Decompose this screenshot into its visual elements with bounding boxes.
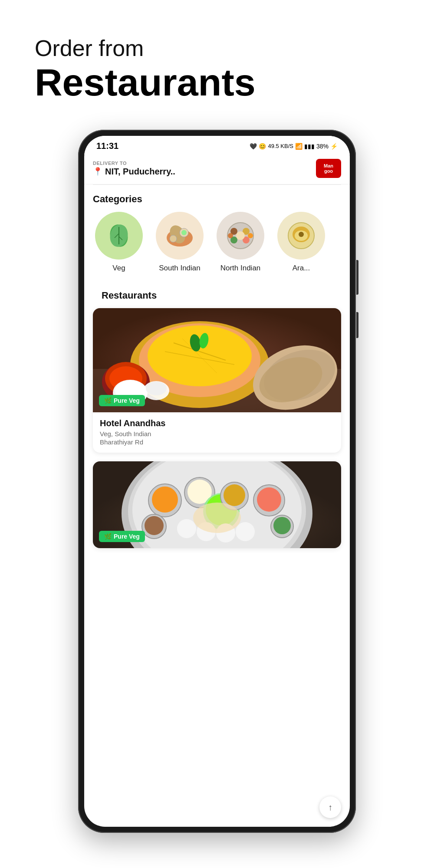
- wifi-icon: 📶: [295, 143, 302, 150]
- svg-point-44: [146, 381, 167, 395]
- svg-point-50: [152, 487, 178, 513]
- restaurant-card-2[interactable]: 🌿 Pure Veg: [93, 461, 341, 548]
- svg-point-63: [193, 503, 241, 533]
- category-arabic[interactable]: Ara...: [271, 212, 332, 273]
- svg-point-67: [273, 517, 291, 534]
- arabic-label: Ara...: [293, 264, 310, 273]
- svg-point-19: [248, 233, 253, 238]
- arabic-circle: [277, 212, 325, 260]
- pure-veg-badge: 🌿 Pure Veg: [99, 395, 145, 406]
- veg-leaf-icon: [106, 223, 132, 249]
- app-logo[interactable]: Man goo: [316, 159, 341, 178]
- delivery-label: DELIVERY TO: [93, 161, 175, 166]
- categories-row: Veg: [84, 212, 350, 281]
- phone-frame: 11:31 🖤 😊 49.5 KB/S 📶 ▮▮▮ 38% ⚡ DELIVERY…: [78, 130, 356, 833]
- phone-wrapper: 11:31 🖤 😊 49.5 KB/S 📶 ▮▮▮ 38% ⚡ DELIVERY…: [0, 130, 434, 833]
- battery-text: 38%: [316, 143, 329, 150]
- restaurants-title: Restaurants: [93, 281, 341, 308]
- badge-text-2: Pure Veg: [114, 533, 140, 540]
- badge-text: Pure Veg: [114, 397, 140, 404]
- north-indian-food-icon: [221, 216, 260, 255]
- emoji-icon: 😊: [259, 143, 266, 150]
- pure-veg-badge-2: 🌿 Pure Veg: [99, 531, 145, 542]
- heart-icon: 🖤: [250, 143, 257, 150]
- status-time: 11:31: [96, 141, 118, 151]
- status-icons: 🖤 😊 49.5 KB/S 📶 ▮▮▮ 38% ⚡: [250, 143, 338, 150]
- app-header: DELIVERY TO 📍 NIT, Puducherry.. Man goo: [84, 155, 350, 184]
- logo-line1: Man: [324, 163, 333, 168]
- restaurants-section: Restaurants: [84, 281, 350, 548]
- svg-point-18: [228, 233, 233, 238]
- north-indian-circle: [217, 212, 264, 260]
- restaurant-address-1: Bharathiyar Rd: [100, 438, 334, 446]
- south-indian-food-icon: [160, 216, 199, 255]
- back-to-top-button[interactable]: ↑: [319, 796, 341, 818]
- delivery-address[interactable]: 📍 NIT, Puducherry..: [93, 167, 175, 177]
- card-info-1: Hotel Anandhas Veg, South Indian Bharath…: [93, 412, 341, 453]
- signal-icon: ▮▮▮: [304, 143, 315, 150]
- categories-section: Categories: [84, 185, 350, 281]
- arabic-food-icon: [282, 216, 321, 255]
- veg-label: Veg: [112, 264, 125, 273]
- svg-point-17: [236, 231, 245, 240]
- category-south-indian[interactable]: South Indian: [149, 212, 210, 273]
- category-north-indian[interactable]: North Indian: [210, 212, 271, 273]
- svg-point-24: [299, 232, 304, 237]
- hero-order-from: Order from: [35, 35, 399, 62]
- hero-section: Order from Restaurants: [0, 0, 434, 121]
- leaf-icon-2: 🌿: [104, 533, 112, 540]
- south-indian-label: South Indian: [159, 264, 200, 273]
- up-arrow-icon: ↑: [328, 802, 332, 812]
- south-indian-circle: [156, 212, 204, 260]
- svg-point-65: [145, 516, 164, 535]
- location-pin-icon: 📍: [93, 167, 102, 176]
- hero-restaurants: Restaurants: [35, 62, 399, 104]
- restaurant-cuisine-1: Veg, South Indian: [100, 430, 334, 437]
- svg-point-10: [170, 235, 177, 242]
- network-speed: 49.5 KB/S: [268, 143, 293, 149]
- svg-point-58: [257, 487, 281, 512]
- battery-icon: ⚡: [330, 143, 338, 150]
- north-indian-label: North Indian: [220, 264, 261, 273]
- leaf-icon: 🌿: [104, 397, 112, 404]
- svg-point-59: [177, 519, 196, 538]
- phone-screen: 11:31 🖤 😊 49.5 KB/S 📶 ▮▮▮ 38% ⚡ DELIVERY…: [84, 136, 350, 827]
- restaurant-name-1: Hotel Anandhas: [100, 418, 334, 428]
- delivery-info: DELIVERY TO 📍 NIT, Puducherry..: [93, 161, 175, 177]
- veg-circle: [95, 212, 143, 260]
- category-veg[interactable]: Veg: [89, 212, 149, 273]
- logo-line2: goo: [324, 168, 333, 174]
- scroll-body[interactable]: Categories: [84, 185, 350, 827]
- status-bar: 11:31 🖤 😊 49.5 KB/S 📶 ▮▮▮ 38% ⚡: [84, 136, 350, 155]
- svg-point-56: [224, 484, 245, 506]
- card-image-2: 🌿 Pure Veg: [93, 461, 341, 548]
- address-text: NIT, Puducherry..: [105, 167, 175, 177]
- categories-title: Categories: [84, 185, 350, 212]
- svg-point-62: [236, 522, 255, 541]
- power-button: [356, 260, 358, 295]
- card-image-1: 🌿 Pure Veg: [93, 308, 341, 412]
- svg-point-9: [181, 230, 187, 235]
- volume-button: [356, 312, 358, 338]
- restaurant-card-1[interactable]: 🌿 Pure Veg Hotel Anandhas Veg, South Ind…: [93, 308, 341, 453]
